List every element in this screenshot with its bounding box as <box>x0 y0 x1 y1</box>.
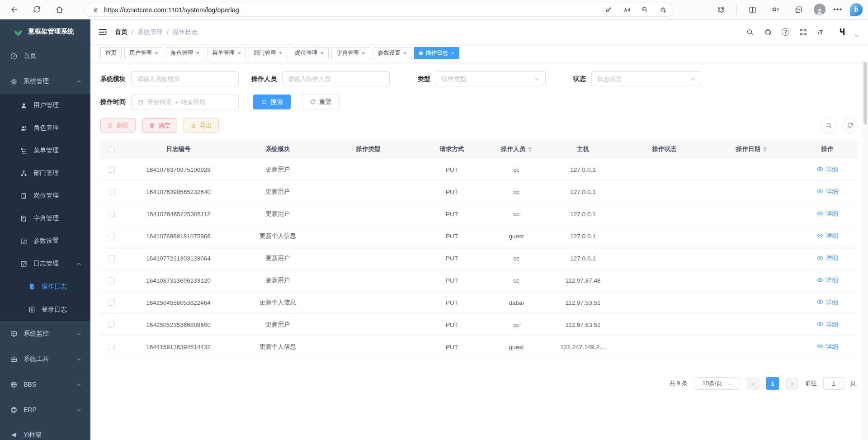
fullscreen-icon[interactable] <box>799 28 807 36</box>
prev-page-button[interactable]: ‹ <box>746 377 760 390</box>
detail-link[interactable]: 详细 <box>816 343 838 351</box>
github-icon[interactable] <box>764 28 772 36</box>
tab-角色管理[interactable]: 角色管理× <box>166 47 205 59</box>
font-size-icon[interactable]: тT <box>817 28 823 36</box>
goto-page-input[interactable]: 1 <box>823 377 844 390</box>
next-page-button[interactable]: › <box>785 377 799 390</box>
column-header-date[interactable]: 操作日期 <box>706 145 797 153</box>
sidebar-item-log-mgmt[interactable]: 日志管理 <box>0 252 90 275</box>
close-tab-icon[interactable]: × <box>196 50 200 56</box>
tab-首页[interactable]: 首页 <box>100 47 122 59</box>
close-tab-icon[interactable]: × <box>279 50 283 56</box>
operator-input[interactable]: 请输入操作人员 <box>282 71 390 86</box>
delete-button[interactable]: 删除 <box>100 118 136 132</box>
sidebar-item-menu-mgmt[interactable]: 菜单管理 <box>0 139 90 162</box>
sidebar-item-login-log[interactable]: 登录日志 <box>0 298 90 321</box>
select-all-checkbox[interactable] <box>108 146 115 152</box>
header-search-icon[interactable] <box>745 28 754 36</box>
row-checkbox[interactable] <box>108 233 115 239</box>
browser-menu-icon[interactable]: ••• <box>833 5 842 14</box>
type-select[interactable]: 操作类型 <box>436 71 546 86</box>
sidebar-item-param-settings[interactable]: 参数设置 <box>0 230 90 252</box>
detail-link[interactable]: 详细 <box>816 188 838 196</box>
sidebar-item-bbs[interactable]: BBS <box>0 372 90 397</box>
tab-菜单管理[interactable]: 菜单管理× <box>207 47 246 59</box>
tab-用户管理[interactable]: 用户管理× <box>124 47 163 59</box>
sidebar-item-role-mgmt[interactable]: 角色管理 <box>0 117 90 139</box>
split-screen-icon[interactable] <box>745 2 760 17</box>
user-avatar[interactable]: Ч <box>835 25 849 39</box>
column-header-oper[interactable]: 操作人员 <box>489 145 543 153</box>
status-select[interactable]: 日志状态 <box>591 71 701 86</box>
tab-操作日志[interactable]: 操作日志× <box>414 47 459 59</box>
row-checkbox[interactable] <box>108 322 115 328</box>
close-tab-icon[interactable]: × <box>451 50 454 56</box>
browser-refresh-button[interactable] <box>29 2 44 17</box>
sidebar-item-dict-mgmt[interactable]: 字典管理 <box>0 207 90 230</box>
detail-link[interactable]: 详细 <box>816 210 838 218</box>
refresh-table-button[interactable] <box>842 118 858 133</box>
favorites-icon[interactable] <box>768 2 783 17</box>
browser-profile-avatar[interactable] <box>814 4 826 15</box>
password-key-icon[interactable] <box>603 4 614 16</box>
browser-home-button[interactable] <box>52 2 67 17</box>
show-search-toggle-button[interactable] <box>821 118 837 133</box>
row-checkbox[interactable] <box>108 189 115 195</box>
sidebar-item-dept-mgmt[interactable]: 部门管理 <box>0 162 90 185</box>
close-tab-icon[interactable]: × <box>155 50 158 56</box>
reset-button[interactable]: 重置 <box>302 95 340 109</box>
app-logo[interactable]: 意框架管理系统 <box>0 19 90 43</box>
sidebar-item-oper-log[interactable]: 操作日志 <box>0 275 90 298</box>
row-checkbox[interactable] <box>108 166 115 173</box>
row-checkbox[interactable] <box>108 299 115 306</box>
sort-icons[interactable] <box>528 147 532 152</box>
row-checkbox[interactable] <box>108 277 115 284</box>
row-checkbox[interactable] <box>108 211 115 217</box>
page-size-select[interactable]: 10条/页 <box>694 377 740 390</box>
close-tab-icon[interactable]: × <box>403 50 407 56</box>
tab-参数设置[interactable]: 参数设置× <box>373 47 412 59</box>
export-button[interactable]: 导出 <box>184 118 219 132</box>
clear-button[interactable]: 清空 <box>142 118 177 132</box>
tab-字典管理[interactable]: 字典管理× <box>331 47 370 59</box>
window-scrollbar[interactable] <box>862 19 868 440</box>
chevron-down-icon[interactable] <box>854 32 859 36</box>
close-tab-icon[interactable]: × <box>320 50 324 56</box>
row-checkbox[interactable] <box>108 255 115 261</box>
sort-icons[interactable] <box>763 147 767 152</box>
sidebar-item-post-mgmt[interactable]: 岗位管理 <box>0 185 90 207</box>
bing-chat-icon[interactable]: b <box>850 3 863 16</box>
browser-back-button[interactable] <box>6 2 22 17</box>
add-favorite-icon[interactable] <box>657 4 669 16</box>
detail-link[interactable]: 详细 <box>816 232 838 241</box>
page-number-1[interactable]: 1 <box>766 377 779 390</box>
sidebar-item-erp[interactable]: ERP <box>0 397 90 422</box>
date-range-input[interactable]: 开始日期 - 结束日期 <box>131 95 239 109</box>
address-bar[interactable]: https://ccnetcore.com:1101/system/log/op… <box>84 3 674 17</box>
sidebar-item-system-tools[interactable]: 系统工具 <box>0 346 90 372</box>
detail-link[interactable]: 详细 <box>816 166 838 174</box>
detail-link[interactable]: 详细 <box>816 298 838 307</box>
read-aloud-icon[interactable] <box>621 4 632 16</box>
collections-icon[interactable] <box>791 2 806 17</box>
module-input[interactable]: 请输入系统模块 <box>131 71 239 86</box>
tab-岗位管理[interactable]: 岗位管理× <box>290 47 329 59</box>
detail-link[interactable]: 详细 <box>816 321 838 329</box>
search-button[interactable]: 搜索 <box>253 95 291 109</box>
breadcrumb-home[interactable]: 首页 <box>115 28 127 36</box>
sidebar-item-system-monitor[interactable]: 系统监控 <box>0 321 90 346</box>
collapse-sidebar-icon[interactable] <box>98 27 108 37</box>
sidebar-item-system-mgmt[interactable]: 系统管理 <box>0 69 90 94</box>
detail-link[interactable]: 详细 <box>816 276 838 285</box>
sidebar-item-yi-framework[interactable]: Yi框架 <box>0 422 90 440</box>
close-tab-icon[interactable]: × <box>362 50 365 56</box>
detail-link[interactable]: 详细 <box>816 254 838 263</box>
tab-部门管理[interactable]: 部门管理× <box>249 47 288 59</box>
extensions-icon[interactable] <box>713 2 729 17</box>
help-icon[interactable]: ? <box>782 28 789 36</box>
sidebar-item-user-mgmt[interactable]: 用户管理 <box>0 94 90 117</box>
sidebar-item-home[interactable]: 首页 <box>0 43 90 69</box>
row-checkbox[interactable] <box>108 344 115 350</box>
zoom-out-icon[interactable] <box>639 4 651 16</box>
close-tab-icon[interactable]: × <box>237 50 241 56</box>
